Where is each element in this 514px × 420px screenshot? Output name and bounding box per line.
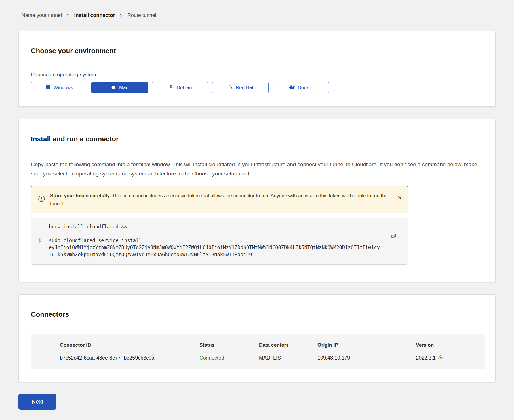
os-button-redhat[interactable]: Red Hat xyxy=(212,82,269,93)
command-line-2: $ sudo cloudflared service install eyJhI… xyxy=(38,237,382,258)
terminal-command-block: brew install cloudflared && $ sudo cloud… xyxy=(31,218,408,265)
os-select-label: Choose an operating system: xyxy=(31,72,483,78)
docker-whale-icon xyxy=(289,84,295,91)
version-value: 2022.3.1 xyxy=(416,355,436,361)
column-header-status: Status xyxy=(199,342,259,348)
tunnel-setup-page: { "breadcrumb": { "separator": ">", "ite… xyxy=(0,0,514,420)
os-button-mac[interactable]: Mac xyxy=(91,82,148,93)
os-button-debian[interactable]: Debian xyxy=(152,82,208,93)
os-button-group: Windows Mac Debian Red Hat xyxy=(31,82,483,93)
breadcrumb-item-install-connector[interactable]: Install connector xyxy=(74,12,115,18)
breadcrumb-item-route-tunnel[interactable]: Route tunnel xyxy=(127,12,156,18)
table-row: b7c52c42-6caa-48ee-8c77-fbe259cb6c0a Con… xyxy=(31,355,485,361)
command-text: brew install cloudflared && xyxy=(49,223,382,230)
install-connector-title: Install and run a connector xyxy=(31,135,483,143)
os-button-label: Red Hat xyxy=(236,85,253,91)
connectors-card: Connectors Connector ID Status Data cent… xyxy=(18,294,496,382)
column-header-version: Version xyxy=(416,342,485,348)
os-button-label: Windows xyxy=(54,85,73,91)
environment-card-title: Choose your environment xyxy=(31,47,483,55)
debian-swirl-icon xyxy=(168,84,174,91)
table-header-row: Connector ID Status Data centers Origin … xyxy=(31,342,485,348)
install-connector-description: Copy-paste the following command into a … xyxy=(31,160,483,178)
connector-id-cell: b7c52c42-6caa-48ee-8c77-fbe259cb6c0a xyxy=(60,355,199,361)
column-header-origin-ip: Origin IP xyxy=(317,342,416,348)
install-connector-card: Install and run a connector Copy-paste t… xyxy=(18,119,496,282)
penguin-icon xyxy=(227,84,233,91)
warning-triangle-icon[interactable] xyxy=(438,355,443,361)
alert-circle-icon xyxy=(38,195,45,203)
breadcrumb: Name your tunnel > Install connector > R… xyxy=(22,12,496,18)
status-badge: Connected xyxy=(199,355,259,361)
token-warning-text: Store your token carefully. This command… xyxy=(50,192,393,208)
os-button-label: Mac xyxy=(119,85,128,91)
version-cell: 2022.3.1 xyxy=(416,355,485,361)
breadcrumb-separator: > xyxy=(120,13,122,18)
origin-ip-cell: 109.48.10.179 xyxy=(317,355,416,361)
column-header-data-centers: Data centers xyxy=(259,342,317,348)
os-button-windows[interactable]: Windows xyxy=(31,82,87,93)
dismiss-warning-button[interactable]: ✕ xyxy=(398,196,402,200)
connectors-title: Connectors xyxy=(31,310,483,318)
copy-icon xyxy=(391,235,397,240)
prompt-spacer xyxy=(38,223,49,230)
os-button-label: Docker xyxy=(298,85,313,91)
os-button-docker[interactable]: Docker xyxy=(273,82,329,93)
token-warning-title: Store your token carefully. xyxy=(50,193,111,198)
data-centers-cell: MAD, LIS xyxy=(259,355,317,361)
os-button-label: Debian xyxy=(177,85,192,91)
next-button[interactable]: Next xyxy=(18,394,56,410)
token-warning-banner: Store your token carefully. This command… xyxy=(31,186,408,213)
breadcrumb-item-name-your-tunnel[interactable]: Name your tunnel xyxy=(22,12,62,18)
command-line-1: brew install cloudflared && xyxy=(38,223,382,230)
column-header-connector-id: Connector ID xyxy=(60,342,199,348)
copy-command-button[interactable] xyxy=(390,232,397,240)
connectors-table: Connector ID Status Data centers Origin … xyxy=(31,334,485,369)
breadcrumb-separator: > xyxy=(67,13,69,18)
command-text: sudo cloudflared service install eyJhIjo… xyxy=(49,237,382,258)
windows-icon xyxy=(45,84,51,91)
apple-icon xyxy=(111,84,116,91)
environment-card: Choose your environment Choose an operat… xyxy=(18,31,496,107)
dollar-prompt: $ xyxy=(38,237,49,258)
